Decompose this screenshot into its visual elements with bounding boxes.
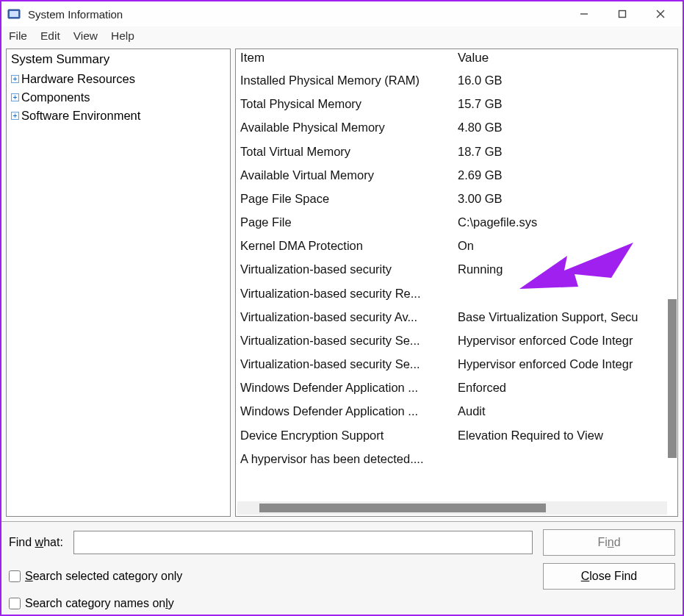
horizontal-scrollbar-thumb[interactable]: [259, 504, 546, 512]
table-row[interactable]: Virtualization-based security Se...Hyper…: [240, 352, 673, 376]
cell-item: Virtualization-based security Re...: [240, 282, 458, 305]
table-row[interactable]: Available Physical Memory4.80 GB: [240, 115, 673, 139]
cell-value: Enforced: [458, 376, 673, 399]
expand-icon[interactable]: +: [11, 112, 19, 120]
tree-root[interactable]: System Summary: [11, 51, 226, 70]
find-what-label: Find what:: [9, 536, 63, 549]
tree-pane: System Summary +Hardware Resources+Compo…: [6, 49, 231, 517]
cell-item: Page File: [240, 210, 458, 234]
list-body: Installed Physical Memory (RAM)16.0 GBTo…: [236, 67, 677, 500]
menubar: File Edit View Help: [1, 26, 683, 49]
list-header: Item Value: [236, 49, 677, 67]
cell-item: Device Encryption Support: [240, 423, 458, 447]
cell-value: 18.7 GB: [458, 140, 673, 163]
table-row[interactable]: Windows Defender Application ...Enforced: [240, 376, 673, 399]
cell-value: On: [458, 234, 673, 257]
table-row[interactable]: A hypervisor has been detected....: [240, 447, 673, 470]
app-icon: [7, 7, 21, 21]
cell-value: Hypervisor enforced Code Integr: [458, 329, 673, 352]
tree-node[interactable]: +Hardware Resources: [11, 70, 226, 88]
table-row[interactable]: Windows Defender Application ...Audit: [240, 399, 673, 423]
close-button[interactable]: [641, 1, 680, 26]
cell-value: 15.7 GB: [458, 92, 673, 115]
tree-node[interactable]: +Software Environment: [11, 107, 226, 125]
tree-node[interactable]: +Components: [11, 88, 226, 107]
menu-help[interactable]: Help: [111, 29, 134, 43]
cell-value: Running: [458, 257, 673, 281]
cell-item: Total Physical Memory: [240, 92, 458, 115]
table-row[interactable]: Installed Physical Memory (RAM)16.0 GB: [240, 68, 673, 92]
tree-node-label: Components: [21, 90, 90, 104]
close-find-button[interactable]: Close Find: [543, 563, 675, 590]
table-row[interactable]: Total Physical Memory15.7 GB: [240, 92, 673, 115]
maximize-button[interactable]: [603, 1, 641, 26]
cell-value: [458, 447, 673, 470]
cell-item: Installed Physical Memory (RAM): [240, 68, 458, 92]
svg-rect-1: [10, 11, 18, 17]
checkbox-icon[interactable]: [9, 598, 21, 609]
horizontal-scrollbar[interactable]: [237, 501, 667, 515]
tree-node-label: Hardware Resources: [21, 72, 135, 86]
cell-item: Virtualization-based security: [240, 257, 458, 281]
table-row[interactable]: Virtualization-based securityRunning: [240, 257, 673, 281]
menu-edit[interactable]: Edit: [40, 29, 60, 43]
svg-rect-3: [619, 11, 626, 18]
menu-file[interactable]: File: [9, 29, 27, 43]
column-header-value[interactable]: Value: [458, 51, 673, 65]
find-what-input[interactable]: [73, 531, 533, 554]
tree-node-label: Software Environment: [21, 109, 140, 123]
find-button[interactable]: Find: [543, 529, 675, 556]
cell-item: A hypervisor has been detected....: [240, 447, 458, 470]
window-title: System Information: [28, 8, 123, 21]
cell-item: Total Virtual Memory: [240, 140, 458, 163]
table-row[interactable]: Virtualization-based security Se...Hyper…: [240, 329, 673, 352]
cell-item: Kernel DMA Protection: [240, 234, 458, 257]
expand-icon[interactable]: +: [11, 93, 19, 101]
content-area: System Summary +Hardware Resources+Compo…: [1, 49, 683, 521]
minimize-button[interactable]: [565, 1, 603, 26]
column-header-item[interactable]: Item: [240, 51, 458, 65]
search-selected-category-checkbox[interactable]: Search selected category only: [9, 570, 533, 583]
table-row[interactable]: Page File Space3.00 GB: [240, 187, 673, 210]
cell-value: Elevation Required to View: [458, 423, 673, 447]
cell-item: Virtualization-based security Av...: [240, 305, 458, 329]
cell-item: Available Physical Memory: [240, 115, 458, 139]
table-row[interactable]: Page FileC:\pagefile.sys: [240, 210, 673, 234]
cell-value: 4.80 GB: [458, 115, 673, 139]
cell-item: Windows Defender Application ...: [240, 376, 458, 399]
table-row[interactable]: Virtualization-based security Re...: [240, 282, 673, 305]
cell-value: C:\pagefile.sys: [458, 210, 673, 234]
table-row[interactable]: Device Encryption SupportElevation Requi…: [240, 423, 673, 447]
vertical-scrollbar-thumb[interactable]: [668, 299, 677, 458]
search-category-names-checkbox[interactable]: Search category names only: [9, 597, 533, 610]
expand-icon[interactable]: +: [11, 75, 19, 83]
cell-value: Hypervisor enforced Code Integr: [458, 352, 673, 376]
cell-item: Page File Space: [240, 187, 458, 210]
table-row[interactable]: Kernel DMA ProtectionOn: [240, 234, 673, 257]
cell-value: 2.69 GB: [458, 163, 673, 187]
list-pane: Item Value Installed Physical Memory (RA…: [235, 49, 678, 517]
cell-item: Windows Defender Application ...: [240, 399, 458, 423]
cell-value: Base Virtualization Support, Secu: [458, 305, 673, 329]
cell-item: Virtualization-based security Se...: [240, 329, 458, 352]
checkbox-icon[interactable]: [9, 570, 21, 582]
cell-value: 16.0 GB: [458, 68, 673, 92]
titlebar: System Information: [1, 1, 683, 26]
table-row[interactable]: Total Virtual Memory18.7 GB: [240, 140, 673, 163]
cell-value: Audit: [458, 399, 673, 423]
table-row[interactable]: Virtualization-based security Av...Base …: [240, 305, 673, 329]
table-row[interactable]: Available Virtual Memory2.69 GB: [240, 163, 673, 187]
cell-value: [458, 282, 673, 305]
menu-view[interactable]: View: [73, 29, 98, 43]
cell-item: Available Virtual Memory: [240, 163, 458, 187]
find-panel: Find what: Find Search selected category…: [1, 521, 683, 615]
cell-value: 3.00 GB: [458, 187, 673, 210]
cell-item: Virtualization-based security Se...: [240, 352, 458, 376]
